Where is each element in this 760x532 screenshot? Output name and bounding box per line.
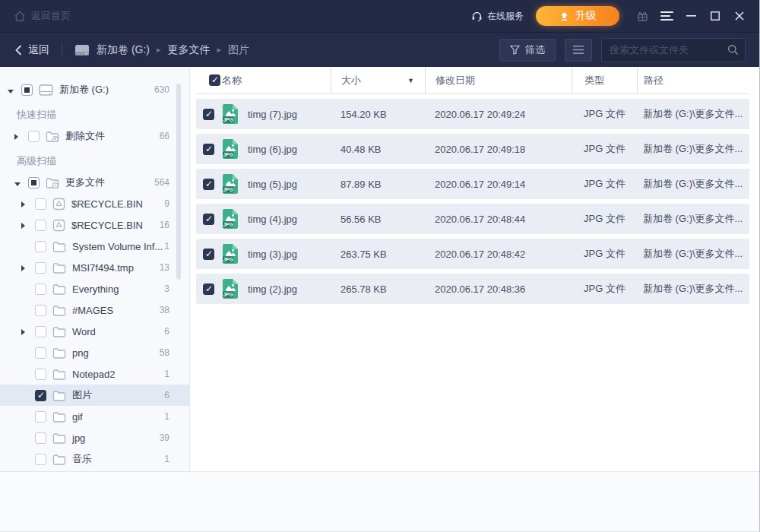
breadcrumb-item-folder[interactable]: 更多文件 — [168, 43, 211, 57]
tree-checkbox[interactable] — [28, 131, 40, 142]
file-date: 2020.06.17 20:48:44 — [435, 214, 525, 225]
row-checkbox[interactable] — [203, 179, 214, 190]
file-row[interactable]: JPG timg (6).jpg40.48 KB2020.06.17 20:49… — [196, 134, 749, 164]
chevron-down-icon[interactable] — [14, 177, 22, 188]
maximize-button[interactable] — [703, 5, 727, 27]
tree-item-label: gif — [72, 411, 164, 423]
file-type: JPG 文件 — [584, 107, 625, 121]
filter-label: 筛选 — [525, 43, 545, 57]
row-checkbox[interactable] — [203, 249, 214, 260]
tree-checkbox[interactable] — [35, 305, 46, 316]
file-date: 2020.06.17 20:49:14 — [435, 179, 525, 190]
row-checkbox[interactable] — [203, 283, 214, 295]
tree-checkbox[interactable] — [21, 84, 33, 96]
chevron-right-icon[interactable] — [21, 198, 29, 210]
column-header-date[interactable]: 修改日期 — [425, 67, 572, 93]
gift-icon[interactable] — [630, 5, 654, 27]
column-header-size[interactable]: 大小▼ — [331, 67, 425, 93]
select-all-checkbox[interactable] — [209, 74, 220, 86]
file-path: 新加卷 (G:)\更多文件... — [643, 177, 743, 191]
online-service-button[interactable]: 在线服务 — [471, 10, 524, 23]
close-button[interactable] — [727, 5, 752, 27]
search-icon[interactable] — [727, 44, 739, 55]
tree-item--g-[interactable]: 新加卷 (G:)630 — [0, 79, 189, 100]
tree-item-label: 图片 — [72, 388, 164, 402]
sidebar-scrollbar[interactable] — [176, 84, 181, 280]
breadcrumb-item-drive[interactable]: 新加卷 (G:) — [97, 43, 150, 57]
item-count: 38 — [160, 305, 169, 315]
minimize-button[interactable] — [679, 5, 703, 27]
search-box — [601, 38, 746, 62]
folder-tree-sidebar: 新加卷 (G:)630快速扫描删除文件66高级扫描更多文件564$RECYCLE… — [0, 67, 190, 471]
tree-item--[interactable]: 更多文件564 — [0, 172, 189, 193]
tree-checkbox[interactable] — [35, 369, 46, 380]
tree-item-everything[interactable]: Everything3 — [0, 278, 189, 299]
chevron-right-icon[interactable] — [14, 131, 22, 142]
chevron-right-icon[interactable] — [21, 262, 29, 274]
search-input[interactable] — [610, 44, 727, 55]
tree-item--[interactable]: 删除文件66 — [0, 125, 189, 147]
upgrade-button[interactable]: 升级 — [536, 6, 619, 26]
filter-button[interactable]: 筛选 — [499, 39, 556, 62]
view-options-button[interactable] — [565, 39, 592, 62]
tree-checkbox[interactable] — [35, 220, 46, 231]
jpg-file-icon: JPG — [222, 279, 239, 299]
tree-item-word[interactable]: Word6 — [0, 321, 189, 342]
tree-item--[interactable]: 图片6 — [0, 385, 189, 406]
item-count: 6 — [164, 390, 169, 401]
file-date: 2020.06.17 20:48:42 — [435, 249, 525, 260]
file-row[interactable]: JPG timg (2).jpg265.78 KB2020.06.17 20:4… — [196, 274, 749, 304]
back-button[interactable]: 返回 — [15, 43, 49, 57]
tree-item-system-volume-inf-[interactable]: System Volume Inf...1 — [0, 236, 189, 257]
item-count: 1 — [164, 241, 169, 252]
tree-checkbox[interactable] — [35, 262, 46, 274]
row-checkbox[interactable] — [203, 214, 214, 225]
tree-item-png[interactable]: png58 — [0, 342, 189, 363]
tree-checkbox[interactable] — [35, 411, 46, 423]
file-row[interactable]: JPG timg (5).jpg87.89 KB2020.06.17 20:49… — [196, 169, 749, 199]
tree-item-msi7f494-tmp[interactable]: MSI7f494.tmp13 — [0, 257, 189, 278]
row-checkbox[interactable] — [203, 144, 214, 155]
tree-item-$recycle-bin[interactable]: $RECYCLE.BIN16 — [0, 214, 189, 236]
file-path: 新加卷 (G:)\更多文件... — [643, 212, 743, 226]
tree-checkbox[interactable] — [35, 198, 46, 210]
sort-desc-icon: ▼ — [407, 77, 414, 84]
home-button[interactable]: 返回首页 — [14, 9, 71, 23]
file-name: timg (7).jpg — [248, 109, 297, 120]
chevron-down-icon[interactable] — [8, 84, 15, 96]
file-row[interactable]: JPG timg (7).jpg154.20 KB2020.06.17 20:4… — [196, 99, 749, 129]
file-row[interactable]: JPG timg (3).jpg263.75 KB2020.06.17 20:4… — [196, 239, 749, 269]
tree-checkbox[interactable] — [35, 454, 46, 465]
column-header-path[interactable]: 路径 — [637, 67, 749, 93]
tree-item-gif[interactable]: gif1 — [0, 406, 189, 427]
tree-item-jpg[interactable]: jpg39 — [0, 427, 189, 448]
svg-text:JPG: JPG — [223, 257, 233, 262]
breadcrumb-separator-icon: ▸ — [157, 45, 161, 55]
row-checkbox[interactable] — [203, 109, 214, 120]
chevron-right-icon[interactable] — [21, 326, 29, 337]
breadcrumb-item-current[interactable]: 图片 — [228, 43, 249, 57]
tree-checkbox[interactable] — [35, 432, 46, 444]
file-row[interactable]: JPG timg (4).jpg56.56 KB2020.06.17 20:48… — [196, 204, 749, 234]
tree-checkbox[interactable] — [35, 347, 46, 359]
tree-item--[interactable]: 音乐1 — [0, 448, 189, 470]
tree-checkbox[interactable] — [35, 241, 46, 252]
tree-item-$recycle-bin[interactable]: $RECYCLE.BIN9 — [0, 193, 189, 214]
chevron-right-icon[interactable] — [21, 220, 29, 231]
tree-checkbox[interactable] — [35, 326, 46, 337]
file-date: 2020.06.17 20:49:18 — [435, 144, 525, 155]
tree-item-notepad2[interactable]: Notepad21 — [0, 363, 189, 385]
column-header-name[interactable]: 名称 — [222, 67, 331, 93]
jpg-file-icon: JPG — [222, 174, 239, 194]
menu-icon[interactable] — [654, 5, 679, 27]
file-date: 2020.06.17 20:49:24 — [435, 109, 525, 120]
file-path: 新加卷 (G:)\更多文件... — [643, 107, 743, 121]
column-header-type[interactable]: 类型 — [572, 67, 637, 93]
svg-text:JPG: JPG — [223, 187, 233, 192]
tree-checkbox[interactable] — [28, 177, 40, 188]
file-size: 87.89 KB — [340, 179, 382, 190]
tree-item-#mages[interactable]: #MAGES38 — [0, 299, 189, 321]
tree-checkbox[interactable] — [35, 283, 46, 295]
tree-checkbox[interactable] — [35, 390, 46, 401]
file-type: JPG 文件 — [584, 142, 625, 156]
